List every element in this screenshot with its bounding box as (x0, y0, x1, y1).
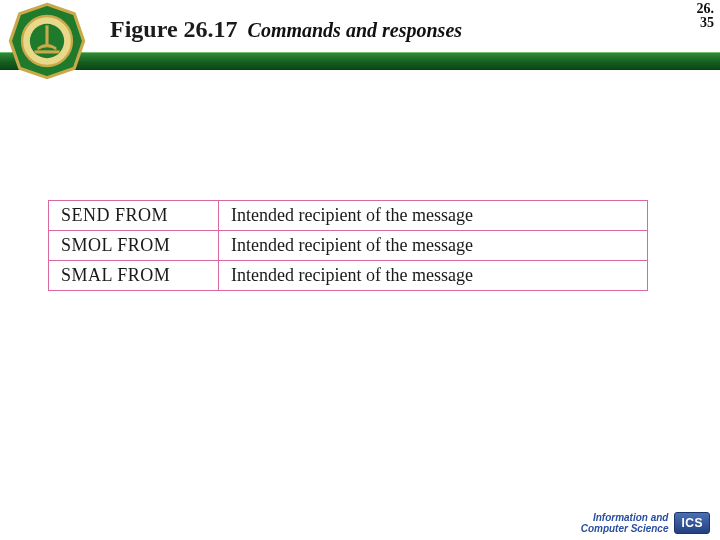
description-cell: Intended recipient of the message (219, 231, 648, 261)
commands-table: SEND FROM Intended recipient of the mess… (48, 200, 648, 291)
figure-title: Commands and responses (248, 19, 463, 42)
command-cell: SMOL FROM (49, 231, 219, 261)
table-row: SMOL FROM Intended recipient of the mess… (49, 231, 648, 261)
svg-rect-3 (45, 25, 48, 45)
university-logo (8, 2, 86, 80)
page-number: 35 (697, 16, 715, 30)
footer-dept-logo: Information and Computer Science ICS (581, 507, 710, 534)
table-row: SMAL FROM Intended recipient of the mess… (49, 261, 648, 291)
footer-line2: Computer Science (581, 523, 669, 534)
page-indicator: 26. 35 (697, 2, 715, 30)
description-cell: Intended recipient of the message (219, 201, 648, 231)
figure-title-block: Figure 26.17 Commands and responses (110, 16, 462, 43)
svg-rect-4 (35, 50, 60, 53)
table-row: SEND FROM Intended recipient of the mess… (49, 201, 648, 231)
footer-badge: ICS (674, 512, 710, 534)
footer-dept-text: Information and Computer Science (581, 512, 669, 534)
commands-table-wrap: SEND FROM Intended recipient of the mess… (48, 200, 648, 291)
footer-line1: Information and (581, 512, 669, 523)
page-chapter: 26. (697, 2, 715, 16)
command-cell: SMAL FROM (49, 261, 219, 291)
header-stripe (0, 52, 720, 70)
slide-header: Figure 26.17 Commands and responses 26. … (0, 0, 720, 72)
command-cell: SEND FROM (49, 201, 219, 231)
description-cell: Intended recipient of the message (219, 261, 648, 291)
figure-number: Figure 26.17 (110, 16, 238, 43)
